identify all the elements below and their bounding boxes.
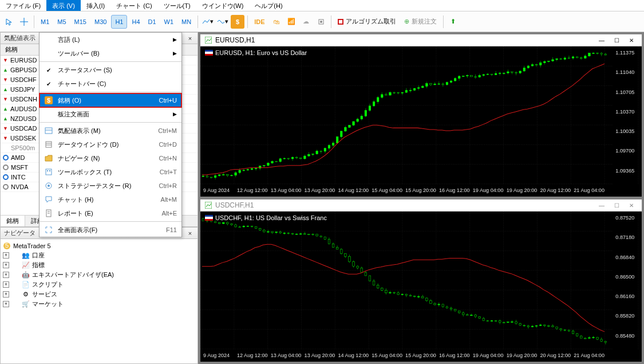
close-icon[interactable]: × [186,34,194,42]
symbol-name: NVDA [11,183,29,190]
svg-text:12 Aug 12:00: 12 Aug 12:00 [237,187,268,193]
left-column: 言語 (L)▶ツールバー (B)▶✔ステータスバー (S)✔チャートバー (C)… [0,32,198,364]
chart-titlebar[interactable]: USDCHF,H1—☐✕ [200,199,642,212]
nav-item[interactable]: +📈指標 [3,260,195,270]
menu-item-2[interactable]: ✔ステータスバー (S) [39,63,181,77]
expand-icon[interactable]: + [3,272,9,278]
menu-i[interactable]: 挿入(I) [81,0,110,11]
svg-rect-195 [511,72,513,72]
svg-rect-239 [600,53,603,54]
menu-item-1[interactable]: ツールバー (B)▶ [39,46,181,60]
close-icon[interactable]: ✕ [626,36,637,45]
nav-item[interactable]: +📄スクリプト [3,280,195,289]
close-icon[interactable]: ✕ [626,201,637,210]
menu-item-5[interactable]: 板注文画面▶ [39,107,181,121]
close-icon[interactable]: × [186,229,194,237]
svg-rect-185 [491,74,493,75]
svg-point-3 [320,21,322,23]
menu-item-6[interactable]: 気配値表示 (M)Ctrl+M [39,124,181,138]
menu-item-12[interactable]: レポート (E)Alt+E [39,206,181,220]
menu-item-0[interactable]: 言語 (L)▶ [39,33,181,46]
cloud-icon[interactable]: ☁ [299,15,313,29]
indicator-icon[interactable]: ▾ [216,15,230,29]
menu-item-4[interactable]: $銘柄 (O)Ctrl+U [39,93,181,107]
menu-h[interactable]: ヘルプ(H) [249,0,288,11]
timeframe-h1[interactable]: H1 [111,15,127,29]
nav-item[interactable]: +👥口座 [3,251,195,260]
mw-tab[interactable]: 銘柄 [1,216,25,226]
menu-w[interactable]: ウインドウ(W) [196,0,250,11]
nav-root-label: MetaTrader 5 [13,242,51,249]
minimize-icon[interactable]: — [596,36,607,45]
timeframe-d1[interactable]: D1 [145,15,160,29]
arrow-down-icon: ▼ [3,126,8,131]
svg-rect-413 [463,313,465,315]
maximize-icon[interactable]: ☐ [611,201,622,210]
chart-body[interactable]: EURUSD, H1: Euro vs US Dollar1.113751.11… [200,46,642,197]
chart-caption: USDCHF, H1: US Dollar vs Swiss Franc [203,214,329,222]
timeframe-m15[interactable]: M15 [71,15,90,29]
svg-rect-227 [576,57,578,58]
nav-item-label: 口座 [32,251,45,260]
nav-item[interactable]: +🛒マーケット [3,299,195,309]
minimize-icon[interactable]: — [596,201,607,210]
svg-text:1.09365: 1.09365 [615,168,634,174]
expand-icon[interactable]: + [3,262,9,268]
menu-item-3[interactable]: ✔チャートバー (C) [39,77,181,91]
signals-icon[interactable]: 📶 [285,15,298,29]
nav-root[interactable]: 5MetaTrader 5 [3,241,195,251]
timeframe-w1[interactable]: W1 [161,15,177,29]
separator [247,15,248,28]
menu-item-8[interactable]: ナビゲータ (N)Ctrl+N [39,151,181,165]
maximize-icon[interactable]: ☐ [611,36,622,45]
menu-f[interactable]: ファイル (F) [0,0,46,11]
svg-text:1.11375: 1.11375 [615,50,634,56]
svg-rect-469 [576,334,578,336]
timeframe-m1[interactable]: M1 [37,15,53,29]
market-icon[interactable]: 🛍 [270,15,283,29]
expand-icon[interactable]: + [3,301,9,307]
new-order-button[interactable]: ⊕新規注文 [401,15,440,29]
chevron-right-icon: ▶ [173,37,177,42]
menu-t[interactable]: ツール(T) [158,0,196,11]
arrow-up-icon: ▲ [3,116,8,122]
svg-rect-147 [413,88,416,90]
menu-item-7[interactable]: データウインドウ (D)Ctrl+D [39,138,181,151]
chart-titlebar[interactable]: EURUSD,H1—☐✕ [200,34,642,46]
algo-trading-button[interactable]: アルゴリズム取引 [334,15,400,29]
menu-item-9[interactable]: ツールボックス (T)Ctrl+T [39,165,181,179]
expand-icon[interactable]: + [3,281,9,288]
svg-rect-65 [247,170,249,170]
crosshair-tool[interactable] [17,15,31,29]
menu-item-label: チャートバー (C) [58,80,177,88]
toolbar: M1M5M15M30H1H4D1W1MN ▾ ▾ $ IDE 🛍 📶 ☁ アルゴ… [0,11,644,32]
menu-v[interactable]: 表示 (V) [46,0,81,11]
expand-icon[interactable]: + [3,291,9,298]
timeframe-m5[interactable]: M5 [54,15,69,29]
menu-item-11[interactable]: チャット (H)Alt+M [39,193,181,206]
nav-item[interactable]: +⚙サービス [3,289,195,299]
expand-icon[interactable]: + [3,252,9,259]
menu-separator [39,122,181,123]
vps-icon[interactable] [314,15,328,29]
dollar-icon[interactable]: $ [231,15,244,29]
timeframe-h4[interactable]: H4 [128,15,143,29]
svg-rect-395 [426,298,428,301]
menu-item-10[interactable]: ストラテジーテスター (R)Ctrl+R [39,179,181,193]
ide-button[interactable]: IDE [251,15,268,29]
menu-separator [39,221,181,222]
blank-icon [44,35,53,44]
chart-up-icon[interactable]: ⬆ [447,15,460,29]
chart-line-icon[interactable]: ▾ [201,15,215,29]
chart-body[interactable]: USDCHF, H1: US Dollar vs Swiss Franc0.87… [200,212,642,362]
svg-text:21 Aug 04:00: 21 Aug 04:00 [574,353,605,358]
svg-rect-223 [568,58,570,58]
menu-item-13[interactable]: 全画面表示(F)F11 [39,223,181,237]
cursor-tool[interactable] [2,15,16,29]
timeframe-m30[interactable]: M30 [91,15,110,29]
menu-c[interactable]: チャート (C) [110,0,157,11]
nav-item[interactable]: +🤖エキスパートアドバイザ(EA) [3,270,195,280]
timeframe-mn[interactable]: MN [178,15,195,29]
svg-text:1.09700: 1.09700 [615,148,634,154]
svg-rect-343 [320,236,322,237]
